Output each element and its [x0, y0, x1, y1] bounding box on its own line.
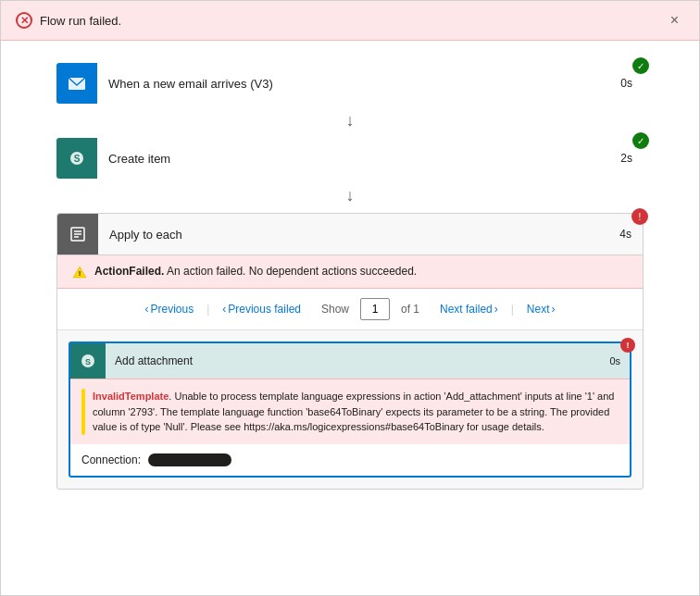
- step-apply-label: Apply to each: [98, 214, 608, 255]
- step-create-header[interactable]: S Create item 2s: [56, 138, 644, 179]
- svg-text:S: S: [74, 154, 81, 164]
- connection-redacted: [148, 453, 231, 466]
- error-bar-left: ✕ Flow run failed.: [16, 12, 121, 29]
- sep-2: |: [511, 303, 514, 316]
- step-email-label: When a new email arrives (V3): [97, 63, 609, 104]
- chevron-right-failed-icon: ›: [494, 303, 498, 316]
- step-create-status: ✓: [632, 132, 649, 149]
- error-details: InvalidTemplate. Unable to process templ…: [70, 379, 630, 444]
- step-email-status: ✓: [632, 57, 649, 74]
- pagination: ‹ Previous | ‹ Previous failed Show of 1…: [57, 289, 643, 330]
- main-window: ✕ Flow run failed. × When a new email ar…: [0, 0, 700, 596]
- arrow-2: ↓: [56, 179, 644, 213]
- action-failed-message: ! ActionFailed. ActionFailed. An action …: [57, 255, 643, 289]
- show-label: Show: [321, 303, 349, 316]
- error-text: InvalidTemplate. Unable to process templ…: [93, 389, 619, 435]
- connection-label: Connection:: [81, 453, 141, 466]
- connection-area: Connection:: [70, 444, 630, 476]
- add-attachment-block: S Add attachment 0s ! InvalidTemplate. U…: [69, 341, 631, 478]
- step-apply-header[interactable]: Apply to each 4s: [57, 214, 643, 255]
- action-failed-bold: ActionFailed.: [94, 265, 164, 278]
- add-attachment-header[interactable]: S Add attachment 0s !: [70, 343, 630, 379]
- sep-1: |: [206, 303, 209, 316]
- error-type-label: InvalidTemplate: [93, 391, 169, 402]
- main-content: When a new email arrives (V3) 0s ✓ ↓ S C…: [1, 41, 699, 512]
- add-attachment-label: Add attachment: [106, 354, 600, 367]
- of-label: of 1: [401, 303, 419, 316]
- svg-text:!: !: [79, 269, 81, 278]
- svg-text:S: S: [85, 357, 91, 366]
- chevron-left-failed-icon: ‹: [222, 303, 226, 316]
- page-input[interactable]: [360, 298, 390, 320]
- previous-failed-button[interactable]: ‹ Previous failed: [219, 301, 305, 317]
- step-create-label: Create item: [97, 138, 609, 179]
- sharepoint-icon: S: [56, 138, 97, 179]
- step-apply: ! Apply to each 4s !: [56, 213, 644, 490]
- error-bar: ✕ Flow run failed. ×: [1, 1, 699, 41]
- yellow-bar: [81, 389, 85, 435]
- error-bar-message: Flow run failed.: [40, 14, 121, 28]
- previous-label: Previous: [150, 303, 194, 316]
- add-attachment-icon: S: [70, 343, 106, 379]
- warning-triangle-icon: !: [72, 266, 87, 279]
- step-email-header[interactable]: When a new email arrives (V3) 0s: [56, 63, 644, 104]
- close-button[interactable]: ×: [665, 10, 684, 31]
- error-icon: ✕: [16, 12, 32, 29]
- next-failed-label: Next failed: [440, 303, 493, 316]
- next-label: Next: [527, 303, 550, 316]
- step-email: When a new email arrives (V3) 0s ✓: [56, 63, 644, 104]
- error-message: . Unable to process template language ex…: [93, 391, 614, 432]
- next-failed-button[interactable]: Next failed ›: [436, 301, 502, 317]
- step-create: S Create item 2s ✓: [56, 138, 644, 179]
- step-apply-status: !: [631, 208, 648, 225]
- chevron-left-icon: ‹: [144, 303, 148, 316]
- chevron-right-icon: ›: [552, 303, 556, 316]
- next-button[interactable]: Next ›: [523, 301, 559, 317]
- loop-icon: [57, 214, 98, 255]
- arrow-1: ↓: [56, 104, 644, 138]
- previous-button[interactable]: ‹ Previous: [141, 301, 197, 317]
- previous-failed-label: Previous failed: [228, 303, 301, 316]
- add-attachment-duration: 0s: [600, 355, 630, 366]
- action-failed-text: ActionFailed. ActionFailed. An action fa…: [94, 265, 417, 278]
- email-icon: [56, 63, 97, 104]
- add-attachment-error-badge: !: [620, 338, 635, 353]
